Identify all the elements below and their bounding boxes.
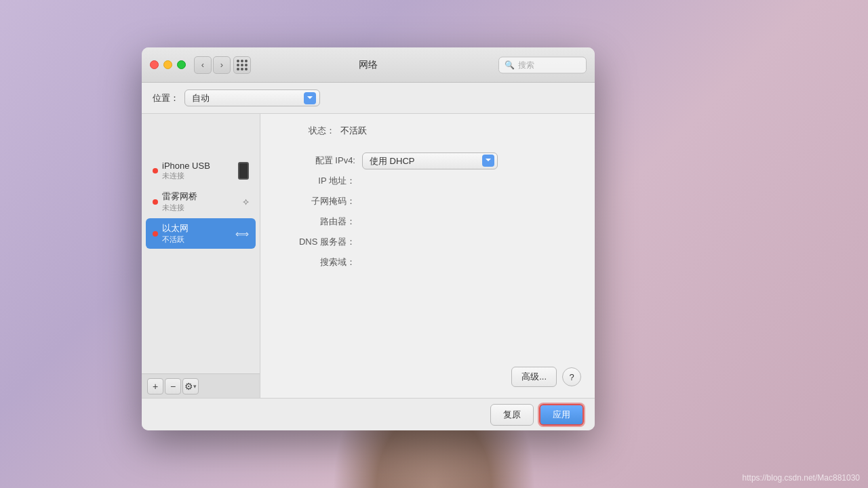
ethernet-text: 以太网 不活跃 [162,222,233,245]
iphone-usb-name: iPhone USB [162,161,235,171]
sidebar: iPhone USB 未连接 雷雾网桥 未连接 ⟡ [142,114,260,398]
titlebar: ‹ › 网络 🔍 搜索 [142,47,595,83]
router-row: 路由器： [274,211,581,232]
status-key-label: 状态： [274,125,335,137]
detail-panel: 状态： 不活跃 配置 IPv4: 使用 DHCP IP [260,114,595,398]
dns-row: DNS 服务器： [274,232,581,252]
form-section: 配置 IPv4: 使用 DHCP IP 地址： 子网掩码： [274,150,581,272]
subnet-mask-row: 子网掩码： [274,191,581,211]
ip-address-row: IP 地址： [274,171,581,191]
remove-network-button[interactable]: − [165,378,181,394]
thunderbolt-icon: ⟡ [243,196,249,207]
location-select[interactable]: 自动 [184,89,320,106]
window-controls [150,60,186,69]
apply-button[interactable]: 应用 [539,404,584,426]
grid-view-button[interactable] [233,56,251,74]
ethernet-status-dot [153,231,158,237]
maximize-button[interactable] [177,60,186,69]
thunderbolt-sub: 未连接 [162,203,240,213]
nav-buttons: ‹ › [194,56,231,74]
search-domain-label: 搜索域： [274,256,355,268]
detail-bottom-buttons: 高级... ? [274,367,581,387]
search-domain-row: 搜索域： [274,252,581,272]
config-ipv4-select-wrapper: 使用 DHCP [362,152,498,169]
minimize-button[interactable] [163,60,172,69]
network-preferences-window: ‹ › 网络 🔍 搜索 位置： 自动 [142,47,595,430]
sidebar-item-thunderbolt-bridge[interactable]: 雷雾网桥 未连接 ⟡ [146,186,256,217]
ip-address-label: IP 地址： [274,175,355,187]
search-placeholder: 搜索 [518,59,534,70]
location-select-wrapper: 自动 [184,89,320,106]
status-value: 不活跃 [340,125,367,137]
ethernet-icon: ⟺ [235,228,249,239]
location-label: 位置： [153,92,179,104]
forward-button[interactable]: › [213,56,231,74]
close-button[interactable] [150,60,159,69]
ethernet-name: 以太网 [162,222,233,235]
revert-button[interactable]: 复原 [490,404,534,426]
window-title: 网络 [359,59,378,71]
back-button[interactable]: ‹ [194,56,212,74]
thunderbolt-name: 雷雾网桥 [162,190,240,203]
config-ipv4-row: 配置 IPv4: 使用 DHCP [274,150,581,171]
advanced-button[interactable]: 高级... [511,367,557,387]
window-bottom-bar: 复原 应用 [142,398,595,430]
grid-dots-icon [237,60,248,70]
dns-label: DNS 服务器： [274,236,355,248]
thunderbolt-status-dot [153,199,158,205]
iphone-usb-sub: 未连接 [162,171,235,181]
sidebar-item-ethernet[interactable]: 以太网 不活跃 ⟺ [146,218,256,249]
iphone-usb-text: iPhone USB 未连接 [162,161,235,181]
config-ipv4-label: 配置 IPv4: [274,155,355,167]
status-row: 状态： 不活跃 [274,125,581,137]
location-bar: 位置： 自动 [142,83,595,114]
watermark: https://blog.csdn.net/Mac881030 [743,473,860,483]
subnet-mask-label: 子网掩码： [274,195,355,207]
sidebar-toolbar: + − ⚙ ▾ [142,373,260,398]
search-box[interactable]: 🔍 搜索 [498,56,587,73]
main-area: iPhone USB 未连接 雷雾网桥 未连接 ⟡ [142,114,595,398]
thunderbolt-text: 雷雾网桥 未连接 [162,190,240,213]
config-ipv4-select[interactable]: 使用 DHCP [362,152,498,169]
gear-icon: ⚙ [184,381,193,392]
help-button[interactable]: ? [562,367,581,386]
gear-chevron-icon: ▾ [193,383,197,390]
search-icon: 🔍 [505,60,515,70]
ethernet-sub: 不活跃 [162,235,233,245]
add-network-button[interactable]: + [147,378,163,394]
network-settings-button[interactable]: ⚙ ▾ [182,378,199,394]
sidebar-list: iPhone USB 未连接 雷雾网桥 未连接 ⟡ [142,114,260,373]
iphone-usb-status-dot [153,168,158,174]
iphone-icon [238,162,249,180]
sidebar-item-iphone-usb[interactable]: iPhone USB 未连接 [146,157,256,185]
router-label: 路由器： [274,216,355,228]
sidebar-blank-top [146,118,256,155]
